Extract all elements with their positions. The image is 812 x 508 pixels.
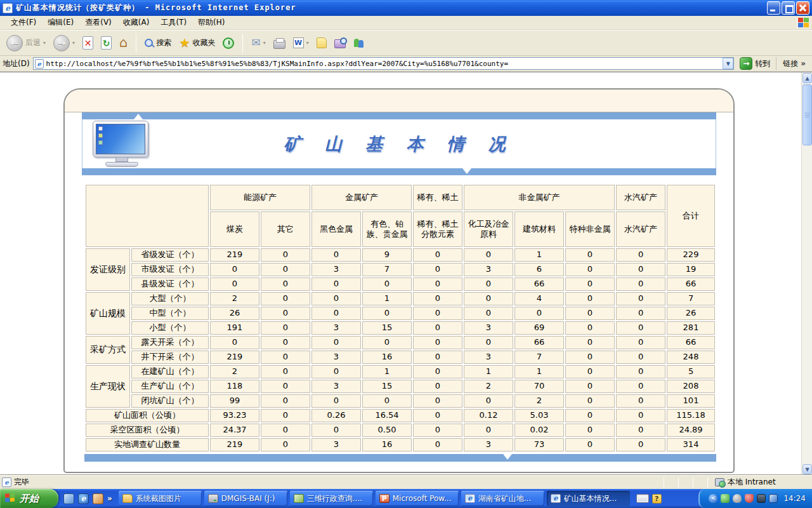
- summary-row-label: 采空区面积（公顷）: [86, 424, 209, 437]
- menu-edit[interactable]: 编辑(E): [42, 15, 79, 30]
- value-cell: 0: [261, 351, 310, 364]
- menu-file[interactable]: 文件(F): [5, 15, 42, 30]
- tray-security-alert-icon[interactable]: [745, 494, 754, 503]
- back-button[interactable]: ← 后退 ▾: [4, 34, 48, 53]
- value-cell: 69: [514, 321, 564, 335]
- value-cell: 2: [514, 394, 564, 408]
- keyboard-indicator-icon[interactable]: [636, 494, 649, 503]
- tray-network-icon[interactable]: [769, 494, 778, 503]
- value-cell: 0: [413, 409, 462, 422]
- value-cell: 1: [514, 248, 564, 262]
- task-button-label: DMGIS-BAI (J:): [221, 494, 275, 503]
- language-help-icon[interactable]: ?: [652, 494, 662, 504]
- search-button[interactable]: 搜索: [142, 36, 174, 50]
- value-cell: 16: [362, 351, 412, 364]
- task-button-label: 三维行政查询....: [307, 493, 362, 504]
- taskbar-task-button[interactable]: e湖南省矿山地...: [461, 491, 544, 506]
- value-cell: 0: [413, 394, 462, 408]
- menu-view[interactable]: 查看(V): [79, 15, 117, 30]
- taskbar-task-button[interactable]: PMicrosoft Pow...: [376, 491, 459, 506]
- value-cell: 281: [667, 321, 715, 335]
- taskbar-task-button[interactable]: 系统截图图片: [119, 491, 202, 506]
- vertical-scrollbar[interactable]: ▲ ▼: [801, 72, 812, 475]
- value-cell: 1: [362, 365, 412, 378]
- favorites-button[interactable]: ★ 收藏夹: [176, 36, 218, 50]
- messenger-button[interactable]: [351, 37, 367, 50]
- page-icon: e: [35, 59, 44, 69]
- home-button[interactable]: ⌂: [117, 35, 130, 51]
- value-cell: 0: [616, 307, 665, 320]
- value-cell: 0: [616, 351, 665, 364]
- row-label: 省级发证（个）: [131, 248, 209, 262]
- value-cell: 5.03: [514, 409, 564, 422]
- value-cell: 0: [311, 277, 361, 291]
- edit-with-word-button[interactable]: W ▾: [291, 36, 311, 50]
- bar-notch: [134, 114, 143, 119]
- close-button[interactable]: [796, 1, 809, 15]
- restore-button[interactable]: [782, 1, 795, 15]
- minimize-button[interactable]: [767, 1, 780, 15]
- mail-dropdown-icon[interactable]: ▾: [263, 40, 266, 46]
- outlook-launch-icon[interactable]: [93, 493, 103, 504]
- window-title: 矿山基本情况统计（按矿类矿种） - Microsoft Internet Exp…: [16, 3, 767, 13]
- ie-launch-icon[interactable]: e: [78, 493, 89, 504]
- stats-table: 能源矿产金属矿产稀有、稀土非金属矿产水汽矿产合计煤炭其它黑色金属有色、铂族、贵金…: [84, 184, 716, 453]
- menu-favorites[interactable]: 收藏(A): [117, 15, 155, 30]
- intranet-zone-icon: [715, 478, 724, 486]
- scrollbar-thumb[interactable]: [802, 84, 812, 145]
- taskbar-task-button[interactable]: DMGIS-BAI (J:): [204, 491, 287, 506]
- book-search-icon: [334, 39, 346, 48]
- scroll-up-icon[interactable]: ▲: [802, 73, 812, 83]
- taskbar-task-button[interactable]: 三维行政查询....: [290, 491, 373, 506]
- value-cell: 2: [210, 292, 259, 305]
- value-cell: 0: [565, 365, 615, 378]
- value-cell: 3: [464, 263, 513, 276]
- tray-display-icon[interactable]: [757, 494, 766, 503]
- value-cell: 2: [210, 365, 259, 378]
- menu-tools[interactable]: 工具(T): [155, 15, 192, 30]
- forward-button[interactable]: → ▾: [51, 34, 77, 53]
- value-cell: 26: [667, 307, 715, 320]
- ie-window-icon: e: [3, 3, 13, 13]
- value-cell: 66: [514, 336, 564, 349]
- tray-collapse-icon[interactable]: <: [709, 494, 717, 503]
- scroll-down-icon[interactable]: ▼: [802, 464, 812, 474]
- refresh-button[interactable]: ↻: [98, 35, 114, 51]
- start-button[interactable]: 开始: [0, 489, 58, 508]
- zone-label: 本地 Intranet: [728, 477, 776, 488]
- value-cell: 0: [616, 380, 665, 393]
- value-cell: 219: [210, 351, 259, 364]
- value-cell: 4: [514, 292, 564, 305]
- back-dropdown-icon[interactable]: ▾: [43, 40, 46, 46]
- edit-dropdown-icon[interactable]: ▾: [306, 40, 309, 46]
- show-desktop-icon[interactable]: [63, 493, 74, 504]
- value-cell: 73: [514, 438, 564, 451]
- summary-row-label: 实地调查矿山数量: [86, 438, 209, 451]
- value-cell: 118: [210, 380, 259, 393]
- print-button[interactable]: [271, 36, 288, 50]
- links-bar[interactable]: 链接 »: [776, 57, 809, 70]
- address-dropdown-icon[interactable]: ▼: [723, 58, 733, 69]
- value-cell: 1: [362, 292, 412, 305]
- value-cell: 0: [362, 394, 412, 408]
- tray-mouse-icon[interactable]: [733, 494, 742, 503]
- research-button[interactable]: [332, 36, 348, 50]
- quick-launch-bar: e »: [58, 493, 117, 504]
- menu-help[interactable]: 帮助(H): [192, 15, 230, 30]
- quick-launch-overflow-icon[interactable]: »: [107, 494, 112, 503]
- statusbar-separator: [693, 478, 693, 488]
- address-input[interactable]: e http://localhost/%e7%9f%bf%e5%b1%b1%e5…: [33, 57, 735, 70]
- page-title: 矿 山 基 本 情 况: [82, 133, 716, 156]
- taskbar-task-button[interactable]: e矿山基本情况...: [547, 491, 630, 506]
- history-button[interactable]: [220, 36, 237, 50]
- mail-button[interactable]: ✉ ▾: [249, 36, 268, 50]
- tray-antivirus-icon[interactable]: [721, 494, 730, 503]
- value-cell: 1: [514, 365, 564, 378]
- discuss-button[interactable]: [314, 36, 329, 50]
- forward-dropdown-icon[interactable]: ▾: [72, 40, 75, 46]
- ie-icon: e: [551, 494, 561, 503]
- search-icon: [145, 39, 154, 48]
- stop-button[interactable]: ✕: [80, 35, 96, 51]
- go-button[interactable]: → 转到: [737, 57, 773, 70]
- value-cell: 0: [362, 336, 412, 349]
